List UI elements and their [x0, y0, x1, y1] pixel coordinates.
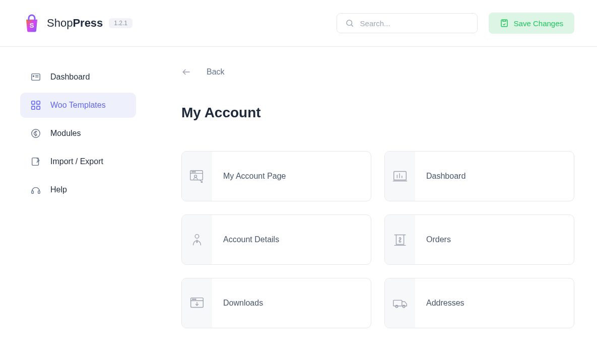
modules-icon [30, 128, 41, 139]
sidebar-item-modules[interactable]: Modules [20, 121, 136, 146]
search-box[interactable] [337, 13, 478, 33]
tile-dashboard[interactable]: Dashboard [384, 151, 574, 201]
page-title: My Account [181, 105, 574, 121]
search-icon [345, 19, 354, 28]
sidebar-item-help[interactable]: Help [20, 177, 136, 202]
addresses-icon [391, 295, 409, 312]
save-changes-button[interactable]: Save Changes [489, 13, 574, 34]
tile-icon-box [385, 152, 415, 201]
svg-rect-38 [393, 300, 402, 306]
sidebar-item-label: Import / Export [50, 157, 103, 166]
tile-icon-box [182, 215, 212, 264]
tile-account-details[interactable]: Account Details [181, 214, 371, 265]
svg-point-1 [347, 20, 352, 26]
sidebar-item-label: Dashboard [50, 72, 90, 82]
sidebar-item-label: Modules [50, 129, 81, 138]
svg-rect-23 [394, 172, 407, 180]
back-link[interactable]: Back [181, 67, 574, 77]
header: S ShopPress 1.2.1 Save Changes [0, 0, 597, 47]
tile-grid: My Account Page Dashboard [181, 151, 574, 328]
svg-rect-8 [32, 101, 35, 104]
svg-point-39 [395, 305, 398, 308]
sidebar-item-label: Woo Templates [50, 101, 106, 110]
tile-label: Orders [415, 235, 451, 244]
search-input[interactable] [360, 19, 469, 28]
header-left: S ShopPress 1.2.1 [23, 14, 132, 32]
tile-label: Downloads [212, 299, 263, 308]
logo-press: Press [73, 17, 103, 29]
dashboard-icon [30, 71, 41, 83]
svg-point-40 [403, 305, 405, 308]
svg-rect-11 [37, 106, 40, 109]
svg-point-19 [192, 172, 193, 173]
tile-my-account-page[interactable]: My Account Page [181, 151, 371, 201]
svg-rect-14 [32, 191, 34, 194]
svg-point-22 [194, 175, 197, 178]
dashboard-tile-icon [391, 168, 409, 185]
tile-icon-box [385, 215, 415, 264]
logo-shop: Shop [47, 17, 73, 29]
help-icon [30, 184, 41, 195]
svg-line-2 [351, 25, 353, 26]
downloads-icon [188, 295, 206, 312]
svg-point-34 [192, 299, 193, 300]
tile-downloads[interactable]: Downloads [181, 278, 371, 328]
sidebar: Dashboard Woo Templates Modules Import /… [0, 47, 151, 328]
tile-label: Account Details [212, 235, 279, 244]
svg-rect-3 [501, 20, 507, 27]
account-page-icon [188, 168, 206, 185]
tile-addresses[interactable]: Addresses [384, 278, 574, 328]
svg-point-20 [193, 172, 194, 173]
save-icon [500, 19, 509, 28]
main-layout: Dashboard Woo Templates Modules Import /… [0, 47, 597, 328]
tile-label: My Account Page [212, 172, 286, 181]
version-badge: 1.2.1 [109, 18, 132, 28]
shoppress-logo-icon: S [23, 14, 41, 32]
svg-point-36 [195, 299, 196, 300]
sidebar-item-import-export[interactable]: Import / Export [20, 149, 136, 174]
logo-text: ShopPress [47, 17, 103, 30]
svg-rect-9 [37, 101, 40, 104]
tile-icon-box [385, 278, 415, 328]
svg-text:S: S [30, 22, 34, 29]
tile-icon-box [182, 152, 212, 201]
sidebar-item-woo-templates[interactable]: Woo Templates [20, 93, 136, 118]
svg-point-21 [194, 172, 195, 173]
tile-label: Addresses [415, 299, 465, 308]
sidebar-item-dashboard[interactable]: Dashboard [20, 64, 136, 90]
import-export-icon [30, 156, 41, 167]
header-right: Save Changes [337, 13, 574, 34]
save-button-label: Save Changes [514, 19, 563, 28]
sidebar-item-label: Help [50, 185, 67, 194]
svg-rect-10 [32, 106, 35, 109]
tile-orders[interactable]: Orders [384, 214, 574, 265]
svg-point-35 [194, 299, 195, 300]
tile-label: Dashboard [415, 172, 466, 181]
tile-icon-box [182, 278, 212, 328]
orders-icon [391, 231, 409, 248]
account-details-icon [188, 231, 206, 248]
svg-point-5 [33, 76, 34, 77]
arrow-left-icon [181, 67, 191, 77]
content: Back My Account My Account Page [151, 47, 597, 328]
svg-rect-15 [38, 191, 40, 194]
grid-icon [30, 100, 41, 111]
svg-point-28 [195, 235, 199, 239]
back-label: Back [207, 67, 225, 77]
